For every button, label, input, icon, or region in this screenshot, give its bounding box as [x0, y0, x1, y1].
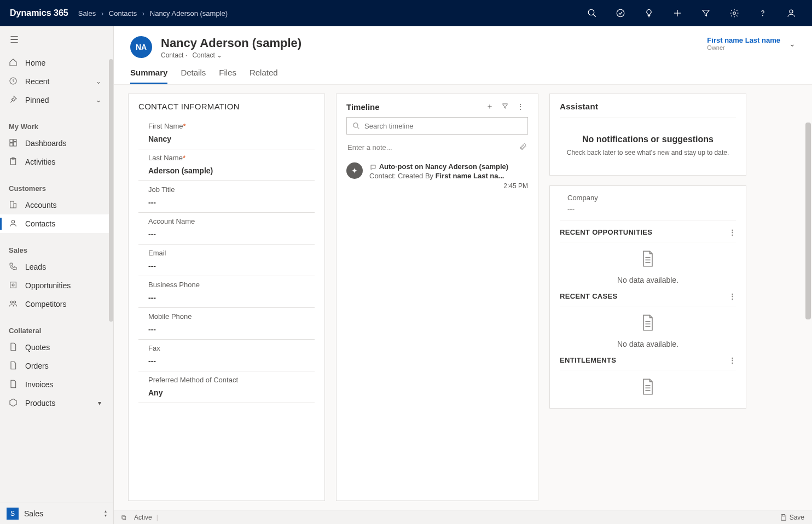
field-value: ---	[148, 261, 315, 270]
field-value: ---	[148, 230, 315, 238]
more-icon[interactable]: ⋮	[729, 292, 736, 300]
nav-opportunities[interactable]: Opportunities	[0, 276, 110, 295]
nav-recent[interactable]: Recent ⌄	[0, 72, 110, 91]
field-label: Fax	[148, 344, 315, 352]
gear-icon[interactable]	[723, 0, 745, 26]
nav-label: Products	[25, 399, 55, 407]
timeline-search[interactable]	[346, 117, 528, 135]
assistant-card: Assistant No notifications or suggestion…	[549, 94, 746, 176]
user-icon[interactable]	[780, 0, 802, 26]
nav-accounts[interactable]: Accounts	[0, 196, 110, 214]
form-field[interactable]: Business Phone---	[138, 276, 315, 308]
timeline-note-input[interactable]: Enter a note...	[346, 140, 528, 155]
svg-rect-12	[10, 143, 13, 146]
more-icon[interactable]: ⋮	[729, 228, 736, 236]
search-icon[interactable]	[581, 0, 603, 26]
form-field[interactable]: Job Title---	[138, 181, 315, 213]
timeline-add-icon[interactable]: ＋	[482, 102, 497, 112]
nav-products[interactable]: Products ▾	[0, 394, 110, 412]
avatar: NA	[130, 36, 152, 58]
field-value: ---	[148, 357, 315, 365]
assistant-empty-text: Check back later to see what's new and s…	[560, 149, 736, 156]
nav-contacts[interactable]: Contacts	[0, 214, 110, 233]
task-icon[interactable]	[610, 0, 631, 26]
more-icon[interactable]: ⋮	[729, 356, 736, 364]
form-selector[interactable]: Contact ⌄	[192, 51, 222, 59]
field-label: Business Phone	[148, 281, 315, 289]
assistant-title: Assistant	[560, 102, 736, 111]
paperclip-icon[interactable]	[519, 142, 527, 153]
area-switcher[interactable]: S Sales ▴▾	[0, 503, 113, 524]
nav-home[interactable]: Home	[0, 54, 110, 72]
record-title: Nancy Aderson (sample)	[161, 36, 301, 50]
nav-label: Opportunities	[25, 281, 71, 290]
owner-field[interactable]: First name Last name Owner ⌄	[707, 36, 796, 51]
hamburger-icon[interactable]: ☰	[0, 26, 113, 54]
nav-leads[interactable]: Leads	[0, 258, 110, 276]
filter-icon[interactable]	[695, 0, 717, 26]
form-field[interactable]: Mobile Phone---	[138, 308, 315, 340]
nav-label: Recent	[25, 77, 49, 86]
svg-rect-10	[14, 139, 16, 141]
timeline-search-input[interactable]	[364, 122, 522, 130]
nav-quotes[interactable]: Quotes	[0, 338, 110, 357]
clipboard-icon	[9, 157, 19, 167]
timeline-item[interactable]: ✦ Auto-post on Nancy Aderson (sample) Co…	[346, 162, 528, 190]
people-icon	[9, 299, 19, 309]
svg-point-17	[11, 220, 14, 223]
robot-icon: ✦	[346, 162, 363, 179]
nav-pinned[interactable]: Pinned ⌄	[0, 91, 110, 109]
company-value[interactable]: ---	[560, 202, 736, 220]
save-button[interactable]: Save	[780, 514, 804, 521]
add-icon[interactable]	[666, 0, 688, 26]
box-icon	[9, 398, 19, 408]
nav-orders[interactable]: Orders	[0, 357, 110, 375]
field-value: Aderson (sample)	[148, 166, 315, 175]
nav-label: Dashboards	[25, 139, 67, 148]
tab-related[interactable]: Related	[250, 68, 278, 84]
app-brand[interactable]: Dynamics 365	[10, 8, 68, 18]
timeline-item-title: Auto-post on Nancy Aderson (sample)	[369, 162, 528, 171]
form-field[interactable]: Email---	[138, 244, 315, 276]
breadcrumb-item[interactable]: Contacts	[109, 9, 137, 18]
breadcrumb-sep: ›	[142, 9, 144, 18]
help-icon[interactable]	[752, 0, 774, 26]
svg-point-6	[763, 15, 763, 16]
empty-icon	[560, 306, 736, 336]
form-field[interactable]: First Name*Nancy	[138, 118, 315, 149]
svg-point-7	[790, 10, 793, 13]
main-scrollbar[interactable]	[805, 123, 811, 319]
field-value: ---	[148, 198, 315, 207]
nav-dashboards[interactable]: Dashboards	[0, 134, 110, 153]
form-tabs: Summary Details Files Related	[114, 59, 812, 85]
nav-label: Home	[25, 59, 45, 67]
form-field[interactable]: Fax---	[138, 340, 315, 371]
note-placeholder: Enter a note...	[347, 143, 392, 152]
popout-icon[interactable]: ⧉	[121, 514, 126, 521]
nav-competitors[interactable]: Competitors	[0, 295, 110, 313]
lightbulb-icon[interactable]	[638, 0, 660, 26]
tab-summary[interactable]: Summary	[130, 68, 167, 84]
svg-line-1	[593, 14, 596, 17]
owner-name: First name Last name	[707, 36, 780, 44]
nav-scrollbar[interactable]	[109, 59, 113, 322]
nav-activities[interactable]: Activities	[0, 153, 110, 171]
empty-icon	[560, 242, 736, 272]
home-icon	[9, 58, 19, 68]
field-label: Mobile Phone	[148, 312, 315, 321]
breadcrumb-item[interactable]: Nancy Aderson (sample)	[150, 9, 228, 18]
nav-invoices[interactable]: Invoices	[0, 375, 110, 394]
timeline-more-icon[interactable]: ⋮	[513, 102, 528, 111]
timeline-filter-icon[interactable]	[497, 102, 513, 112]
search-icon	[352, 122, 360, 130]
form-field[interactable]: Account Name---	[138, 213, 315, 244]
breadcrumb: Sales › Contacts › Nancy Aderson (sample…	[78, 9, 228, 18]
form-field[interactable]: Preferred Method of ContactAny	[138, 371, 315, 403]
tab-files[interactable]: Files	[219, 68, 236, 84]
owner-label: Owner	[707, 44, 780, 51]
breadcrumb-item[interactable]: Sales	[78, 9, 96, 18]
form-field[interactable]: Last Name*Aderson (sample)	[138, 149, 315, 181]
related-section: RECENT OPPORTUNITIES⋮No data available.	[560, 228, 736, 284]
svg-point-5	[733, 12, 736, 15]
tab-details[interactable]: Details	[181, 68, 206, 84]
